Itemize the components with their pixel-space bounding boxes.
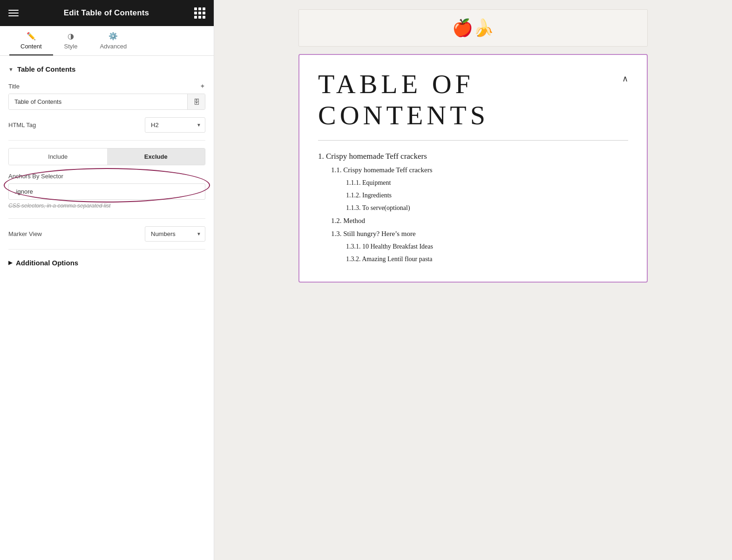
html-tag-row: HTML Tag H1 H2 H3 H4 H5 H6 ▼ (8, 117, 205, 133)
anchors-label: Anchors By Selector (8, 173, 205, 180)
additional-arrow-icon: ▶ (8, 260, 12, 266)
right-panel: 🍎🍌 TABLE OFCONTENTS ∧ 1. Crispy homemade… (214, 0, 732, 560)
css-hint-text: CSS selectors, in a comma separated list (8, 202, 205, 209)
section-title: Table of Contents (17, 65, 76, 73)
toc-link[interactable]: 1.1.3. To serve(optional) (346, 204, 410, 211)
tab-advanced-label: Advanced (100, 43, 127, 50)
toc-item: 1.2. Method (331, 216, 628, 225)
panel-body: ▼ Table of Contents Title ✦ Table of Con… (0, 56, 214, 560)
tab-bar: ✏️ Content ◑ Style ⚙️ Advanced (0, 26, 214, 56)
tab-style-label: Style (64, 43, 78, 50)
toc-collapse-button[interactable]: ∧ (622, 74, 628, 84)
tab-content[interactable]: ✏️ Content (9, 26, 53, 55)
toc-link[interactable]: 1. Crispy homemade Teff crackers (318, 152, 427, 161)
toc-list: 1. Crispy homemade Teff crackers 1.1. Cr… (318, 152, 628, 263)
dynamic-tags-icon[interactable]: 🗄 (187, 94, 205, 109)
marker-view-select[interactable]: Numbers Bullets None (149, 227, 201, 241)
include-exclude-toggle: Include Exclude (8, 148, 205, 165)
anchors-input[interactable] (8, 183, 205, 200)
section-arrow-icon: ▼ (8, 67, 14, 72)
toc-item: 1.1.2. Ingredients (346, 191, 628, 199)
toc-link[interactable]: 1.1.2. Ingredients (346, 192, 392, 199)
toc-link[interactable]: 1.1.1. Equipment (346, 179, 391, 186)
anchors-section: Anchors By Selector CSS selectors, in a … (8, 173, 205, 209)
panel-title: Edit Table of Contents (64, 8, 149, 18)
html-tag-select[interactable]: H1 H2 H3 H4 H5 H6 (149, 118, 201, 132)
marker-view-label: Marker View (8, 230, 42, 237)
title-label: Title ✦ (8, 82, 205, 90)
toc-item: 1.1.1. Equipment (346, 179, 628, 187)
gear-icon: ⚙️ (108, 32, 118, 40)
style-icon: ◑ (68, 32, 74, 40)
toc-widget: TABLE OFCONTENTS ∧ 1. Crispy homemade Te… (298, 54, 648, 283)
marker-view-select-wrapper: Numbers Bullets None ▼ (145, 226, 205, 242)
title-input[interactable]: Table of Contents (9, 94, 187, 109)
additional-options-section: ▶ Additional Options (8, 259, 205, 267)
hamburger-menu[interactable] (8, 10, 19, 16)
toc-item: 1.3.2. Amazing Lentil flour pasta (346, 255, 628, 263)
section-header: ▼ Table of Contents (8, 65, 205, 73)
logo-box: 🍎🍌 (298, 9, 648, 47)
toc-link[interactable]: 1.3.2. Amazing Lentil flour pasta (346, 256, 432, 263)
toc-item: 1.1.3. To serve(optional) (346, 204, 628, 212)
toc-title-area: TABLE OFCONTENTS ∧ (318, 69, 628, 141)
additional-options-header[interactable]: ▶ Additional Options (8, 259, 205, 267)
additional-title: Additional Options (16, 259, 78, 267)
divider-2 (8, 218, 205, 219)
toc-item: 1.1. Crispy homemade Teff crackers (331, 166, 628, 174)
pencil-icon: ✏️ (27, 32, 36, 40)
tab-style[interactable]: ◑ Style (53, 26, 89, 55)
toc-heading: TABLE OFCONTENTS (318, 69, 489, 131)
toc-link[interactable]: 1.1. Crispy homemade Teff crackers (331, 166, 433, 174)
marker-view-row: Marker View Numbers Bullets None ▼ (8, 226, 205, 242)
toc-item: 1.3. Still hungry? Here’s more (331, 229, 628, 238)
include-button[interactable]: Include (9, 148, 107, 165)
toc-item: 1.3.1. 10 Healthy Breakfast Ideas (346, 243, 628, 250)
toc-item: 1. Crispy homemade Teff crackers (318, 152, 628, 161)
divider-3 (8, 249, 205, 250)
html-tag-select-wrapper: H1 H2 H3 H4 H5 H6 ▼ (145, 117, 205, 133)
title-field-row: Title ✦ Table of Contents 🗄 (8, 82, 205, 110)
title-input-wrapper: Table of Contents 🗄 (8, 94, 205, 110)
toc-link[interactable]: 1.3.1. 10 Healthy Breakfast Ideas (346, 243, 433, 250)
toc-link[interactable]: 1.3. Still hungry? Here’s more (331, 230, 416, 237)
ai-icon[interactable]: ✦ (200, 82, 205, 90)
divider-1 (8, 140, 205, 141)
tab-advanced[interactable]: ⚙️ Advanced (88, 26, 138, 55)
panel-header: Edit Table of Contents (0, 0, 214, 26)
tab-content-label: Content (20, 43, 42, 50)
logo-icon: 🍎🍌 (452, 18, 494, 38)
apps-grid[interactable] (194, 7, 205, 19)
exclude-button[interactable]: Exclude (107, 148, 205, 165)
toc-link[interactable]: 1.2. Method (331, 217, 365, 224)
html-tag-label: HTML Tag (8, 121, 36, 128)
left-panel: Edit Table of Contents ✏️ Content ◑ Styl… (0, 0, 214, 560)
